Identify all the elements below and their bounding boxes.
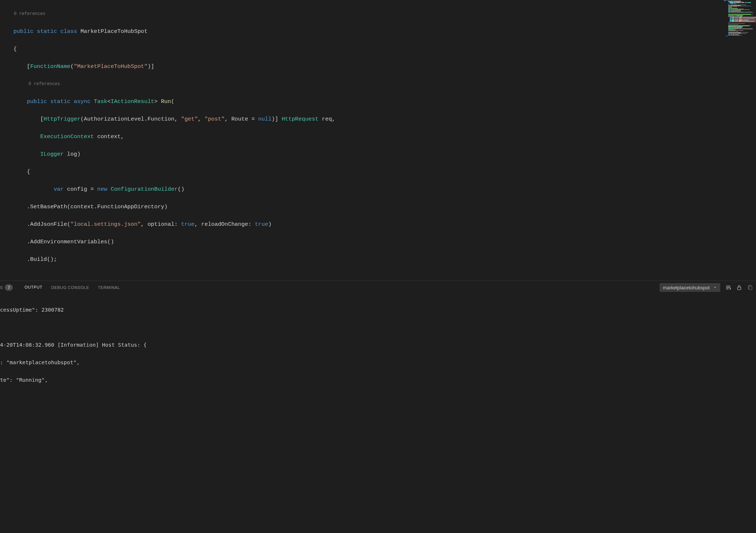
output-channel-select[interactable]: marketplacetohubspot [660, 283, 720, 292]
code-line: ExecutionContext context, [0, 132, 724, 141]
output-line: te": "Running", [0, 376, 756, 384]
output-panel[interactable]: cessUptime": 2300782 4-20T14:08:32.960 [… [0, 294, 756, 396]
code-line: [HttpTrigger(AuthorizationLevel.Function… [0, 115, 724, 123]
code-line: ILogger log) [0, 150, 724, 159]
svg-rect-0 [738, 287, 741, 290]
code-line: .AddEnvironmentVariables() [0, 237, 724, 246]
code-line: { [0, 167, 724, 176]
output-channel-label: marketplacetohubspot [663, 285, 710, 290]
tab-output[interactable]: OUTPUT [20, 281, 47, 294]
output-line: 4-20T14:08:32.960 [Information] Host Sta… [0, 340, 756, 349]
output-line: : "marketplacetohubspot", [0, 358, 756, 367]
code-line: .Build(); [0, 255, 724, 264]
code-line: [FunctionName("MarketPlaceToHubSpot")] [0, 62, 724, 71]
output-line [0, 323, 756, 332]
tab-terminal[interactable]: TERMINAL [93, 281, 124, 294]
panel-tabs: S 7 OUTPUT DEBUG CONSOLE TERMINAL market… [0, 281, 756, 294]
code-line: public static async Task<IActionResult> … [0, 97, 724, 106]
code-line [0, 273, 724, 281]
lock-icon[interactable] [736, 285, 742, 290]
code-line: .AddJsonFile("local.settings.json", opti… [0, 220, 724, 229]
code-line: { [0, 45, 724, 53]
codelens-references[interactable]: 0 references [0, 80, 724, 88]
code-line: public static class MarketPlaceToHubSpot [0, 27, 724, 36]
clear-output-icon[interactable] [747, 285, 753, 290]
code-editor[interactable]: 0 references public static class MarketP… [0, 0, 724, 281]
code-line: .SetBasePath(context.FunctionAppDirector… [0, 202, 724, 211]
tab-debug-console[interactable]: DEBUG CONSOLE [47, 281, 93, 294]
minimap[interactable] [724, 0, 756, 281]
codelens-references[interactable]: 0 references [0, 9, 724, 18]
tab-problems-partial[interactable]: S [0, 285, 3, 290]
svg-rect-2 [749, 286, 752, 290]
chevron-down-icon [713, 286, 717, 289]
output-line: cessUptime": 2300782 [0, 305, 756, 314]
open-log-icon[interactable] [725, 285, 731, 290]
problems-badge: 7 [5, 284, 13, 291]
code-line: var config = new ConfigurationBuilder() [0, 185, 724, 194]
